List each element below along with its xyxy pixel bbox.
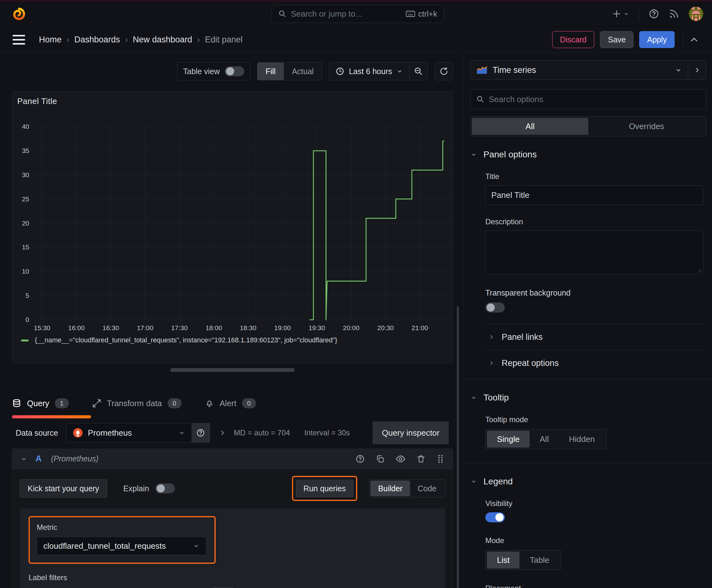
menu-toggle-icon[interactable] — [13, 35, 25, 45]
drag-handle-icon[interactable] — [436, 454, 445, 464]
metric-label: Metric — [37, 523, 206, 532]
fill-option[interactable]: Fill — [257, 63, 284, 80]
query-inspector-button[interactable]: Query inspector — [373, 422, 449, 444]
visualization-picker[interactable]: Time series — [470, 60, 688, 80]
query-editor-card: A (Prometheus) — [12, 448, 453, 588]
svg-text:15:30: 15:30 — [34, 324, 50, 331]
builder-option[interactable]: Builder — [370, 481, 410, 496]
user-avatar[interactable] — [689, 6, 703, 21]
help-icon[interactable] — [649, 8, 659, 19]
collapse-options-icon[interactable] — [689, 34, 699, 45]
explain-toggle[interactable] — [155, 483, 175, 493]
new-button[interactable] — [612, 9, 629, 19]
table-view-toggle[interactable] — [225, 66, 244, 76]
eye-icon[interactable] — [395, 454, 406, 464]
tooltip-section-header[interactable]: Tooltip — [470, 393, 706, 403]
tab-overrides[interactable]: Overrides — [588, 118, 705, 135]
breadcrumb-new-dashboard[interactable]: New dashboard — [133, 35, 192, 45]
help-icon[interactable] — [355, 454, 365, 464]
legend-series-name[interactable]: {__name__="cloudflared_tunnel_total_requ… — [35, 336, 337, 344]
panel-links-section[interactable]: Panel links — [486, 324, 706, 350]
description-textarea[interactable] — [486, 231, 703, 275]
datasource-help-button[interactable] — [192, 423, 210, 443]
database-icon — [12, 399, 21, 408]
top-navigation-bar: ctrl+k — [0, 2, 712, 26]
svg-text:20:00: 20:00 — [343, 324, 360, 331]
query-count-badge: 1 — [55, 398, 69, 408]
breadcrumb-home[interactable]: Home — [39, 35, 62, 45]
transform-count-badge: 0 — [168, 398, 181, 408]
legend-section-header[interactable]: Legend — [470, 477, 706, 486]
panel-actions: Discard Save Apply — [552, 31, 699, 48]
duplicate-icon[interactable] — [375, 454, 385, 464]
toggle-viz-pane-button[interactable] — [688, 60, 706, 80]
tooltip-single-option[interactable]: Single — [487, 430, 530, 447]
svg-text:30: 30 — [22, 171, 29, 178]
svg-text:21:00: 21:00 — [412, 324, 428, 331]
resize-handle-icon[interactable] — [697, 268, 702, 273]
max-data-points: MD = auto = 704 — [234, 428, 290, 437]
chevron-right-icon: › — [67, 35, 69, 45]
timeseries-chart[interactable]: 051015202530354015:3016:0016:3017:0017:3… — [12, 91, 453, 343]
datasource-picker[interactable]: Prometheus — [66, 423, 192, 443]
refresh-icon — [439, 67, 449, 76]
tab-query[interactable]: Query 1 — [12, 398, 69, 408]
tab-transform[interactable]: Transform data 0 — [92, 398, 181, 408]
chevron-right-icon — [489, 334, 495, 340]
run-queries-button[interactable]: Run queries — [296, 480, 354, 497]
options-search-input[interactable] — [489, 94, 700, 104]
table-view-control: Table view — [177, 62, 250, 80]
tab-alert[interactable]: Alert 0 — [205, 398, 256, 408]
refresh-button[interactable] — [435, 62, 453, 80]
grafana-logo[interactable] — [11, 6, 26, 21]
query-row-header[interactable]: A (Prometheus) — [12, 449, 453, 469]
transparent-bg-toggle[interactable] — [486, 302, 505, 313]
save-button[interactable]: Save — [600, 31, 633, 48]
actions-divider — [683, 33, 683, 46]
svg-text:35: 35 — [22, 147, 29, 154]
kick-start-button[interactable]: Kick start your query — [20, 479, 107, 498]
discard-button[interactable]: Discard — [552, 31, 595, 48]
time-range-picker[interactable]: Last 6 hours — [329, 67, 409, 76]
zoom-out-time-button[interactable] — [409, 62, 428, 80]
chevron-down-icon[interactable] — [20, 456, 27, 462]
mode-table-option[interactable]: Table — [520, 551, 559, 569]
svg-text:20: 20 — [22, 219, 29, 227]
tooltip-hidden-option[interactable]: Hidden — [559, 430, 605, 447]
panel-title-input[interactable] — [486, 185, 703, 205]
chevron-down-icon — [675, 66, 682, 74]
chevron-down-icon — [178, 429, 185, 436]
horizontal-scrollbar[interactable] — [170, 368, 295, 372]
news-rss-icon[interactable] — [669, 8, 679, 19]
options-search[interactable] — [470, 89, 706, 109]
help-icon — [196, 428, 205, 437]
visualization-name: Time series — [493, 65, 536, 75]
breadcrumb-dashboards[interactable]: Dashboards — [74, 35, 120, 45]
chart-legend[interactable]: {__name__="cloudflared_tunnel_total_requ… — [21, 336, 337, 344]
actual-option[interactable]: Actual — [284, 63, 322, 80]
explain-control: Explain — [123, 483, 175, 493]
mode-list-option[interactable]: List — [487, 551, 520, 569]
expand-options-icon[interactable] — [219, 429, 226, 437]
topbar-divider — [639, 7, 639, 20]
chevron-down-icon — [623, 11, 629, 17]
bell-icon — [205, 399, 214, 408]
tooltip-all-option[interactable]: All — [530, 430, 559, 447]
tab-all[interactable]: All — [472, 118, 588, 135]
transform-icon — [92, 399, 102, 408]
vertical-scrollbar[interactable] — [457, 306, 459, 588]
repeat-options-section[interactable]: Repeat options — [486, 350, 706, 376]
metric-select[interactable]: cloudflared_tunnel_total_requests — [37, 537, 206, 555]
interval-value: Interval = 30s — [304, 428, 350, 437]
active-tab-indicator — [12, 415, 91, 418]
panel-options-header[interactable]: Panel options — [470, 149, 706, 160]
global-search[interactable]: ctrl+k — [272, 5, 444, 23]
timeseries-panel[interactable]: Panel Title 051015202530354015:3016:0016… — [12, 91, 453, 363]
apply-button[interactable]: Apply — [639, 31, 675, 48]
legend-visibility-toggle[interactable] — [486, 512, 505, 522]
trash-icon[interactable] — [416, 454, 426, 464]
legend-section-title: Legend — [483, 477, 513, 486]
explain-label: Explain — [123, 484, 149, 493]
code-option[interactable]: Code — [410, 481, 444, 496]
global-search-input[interactable] — [291, 9, 406, 19]
